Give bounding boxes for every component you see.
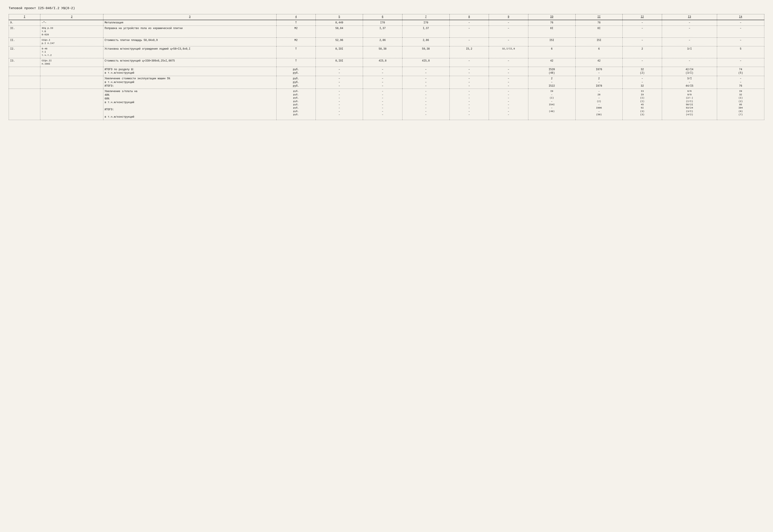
- cell-2-1: IC.: [9, 26, 40, 37]
- cell-6-6: ––: [363, 67, 403, 76]
- cell-4-14: 5: [717, 46, 764, 58]
- header-col7: 7: [402, 14, 450, 20]
- cell-7-8: –––: [450, 76, 489, 89]
- table-row: 9. –"– Металлизация Т 0,449 I70 I70 – – …: [9, 20, 764, 26]
- cell-1-9: –: [489, 20, 528, 26]
- main-table: I 2 3 4 5 6 7 8 9 IO II I2 I3 I4 9. –"– …: [9, 14, 764, 120]
- header-col9: 9: [489, 14, 528, 20]
- cell-8-1: [9, 89, 40, 120]
- cell-8-7: ––––––––: [402, 89, 450, 120]
- cell-6-8: ––: [450, 67, 489, 76]
- cell-3-4: М2: [276, 37, 316, 46]
- cell-8-4: руб. руб. руб. руб. руб. руб. руб. руб.: [276, 89, 316, 120]
- cell-6-4: руб. руб.: [276, 67, 316, 76]
- cell-5-5: 0,IOI: [316, 58, 363, 67]
- cell-5-13: –: [662, 58, 717, 67]
- header-col1: I: [9, 14, 40, 20]
- cell-1-3: Металлизация: [103, 20, 276, 26]
- table-row: I2. 9-46 7-I т.ч.т.2 Установка м/констру…: [9, 46, 764, 58]
- cell-4-9: 32,I/II,8: [489, 46, 528, 58]
- cell-2-5: 58,84: [316, 26, 363, 37]
- cell-4-10: 6: [528, 46, 575, 58]
- cell-5-12: –: [623, 58, 662, 67]
- cell-2-14: –: [717, 26, 764, 37]
- cell-6-2: [40, 67, 103, 76]
- cell-6-14: 74(5): [717, 67, 764, 76]
- header-col8: 8: [450, 14, 489, 20]
- cell-8-14: I932(I)(2)95I04(6)(7): [717, 89, 764, 120]
- cell-7-5: –––: [316, 76, 363, 89]
- cell-3-8: –: [450, 37, 489, 46]
- cell-2-8: –: [450, 26, 489, 37]
- cell-3-3: Стоимость плитки площадь 58,84х0,9: [103, 37, 276, 46]
- cell-8-8: ––––––––: [450, 89, 489, 120]
- cell-6-5: ––: [316, 67, 363, 76]
- cell-3-5: 52,96: [316, 37, 363, 46]
- header-col5: 5: [316, 14, 363, 20]
- header-col14: I4: [717, 14, 764, 20]
- cell-5-10: 42: [528, 58, 575, 67]
- cell-1-6: I70: [363, 20, 403, 26]
- cell-1-11: 76: [575, 20, 623, 26]
- cell-1-7: I70: [402, 20, 450, 26]
- cell-7-6: –––: [363, 76, 403, 89]
- cell-5-1: I3.: [9, 58, 40, 67]
- cell-7-14: ––76: [717, 76, 764, 89]
- cell-3-1: II.: [9, 37, 40, 46]
- cell-7-3: Увеличение стоимости эксплуатации машин …: [103, 76, 276, 89]
- cell-4-4: Т: [276, 46, 316, 58]
- cell-2-13: –: [662, 26, 717, 37]
- cell-6-3: ИТОГО по разделу Ш: в т.ч.м/конструкций: [103, 67, 276, 76]
- table-row: Увеличение стоимости эксплуатации машин …: [9, 76, 764, 89]
- cell-4-3: Установка м/конструкций ограждения лоджи…: [103, 46, 276, 58]
- cell-4-11: 6: [575, 46, 623, 58]
- cell-3-13: –: [662, 37, 717, 46]
- cell-7-13: 3/I–44/I5: [662, 76, 717, 89]
- cell-8-6: ––––––––: [363, 89, 403, 120]
- header-col11: II: [575, 14, 623, 20]
- cell-4-5: 0,IOI: [316, 46, 363, 58]
- header-col6: 6: [363, 14, 403, 20]
- cell-6-1: [9, 67, 40, 76]
- cell-5-7: 4I5,8: [402, 58, 450, 67]
- header-col2: 2: [40, 14, 103, 20]
- header-col13: I3: [662, 14, 717, 20]
- cell-5-2: ССЦч.II п.I98I: [40, 58, 103, 67]
- cell-1-10: 76: [528, 20, 575, 26]
- cell-7-7: –––: [402, 76, 450, 89]
- cell-4-13: 3/I: [662, 46, 717, 58]
- header-col4: 4: [276, 14, 316, 20]
- cell-1-5: 0,449: [316, 20, 363, 26]
- cell-8-12: I3I9(I)(I)455I(3)(3): [623, 89, 662, 120]
- table-row: II. ССЦч.I р.I п.I47 Стоимость плитки пл…: [9, 37, 764, 46]
- cell-8-5: ––––––––: [316, 89, 363, 120]
- cell-7-1: [9, 76, 40, 89]
- table-header-row: I 2 3 4 5 6 7 8 9 IO II I2 I3 I4: [9, 14, 764, 20]
- cell-4-12: 2: [623, 46, 662, 58]
- cell-4-1: I2.: [9, 46, 40, 58]
- cell-2-9: –: [489, 26, 528, 37]
- cell-2-7: I,37: [402, 26, 450, 37]
- cell-5-11: 42: [575, 58, 623, 67]
- cell-6-11: I876–: [575, 67, 623, 76]
- cell-7-10: 2–I522: [528, 76, 575, 89]
- cell-5-3: Стоимость м/конструкций ц=338+309х0,25хI…: [103, 58, 276, 67]
- cell-1-12: –: [623, 20, 662, 26]
- cell-3-9: –: [489, 37, 528, 46]
- table-row: I3. ССЦч.II п.I98I Стоимость м/конструкц…: [9, 58, 764, 67]
- header-col10: IO: [528, 14, 575, 20]
- cell-6-10: I520(48): [528, 67, 575, 76]
- cell-2-12: –: [623, 26, 662, 37]
- cell-1-2: –"–: [40, 20, 103, 26]
- cell-2-3: Поправка на устройство пола из керамичес…: [103, 26, 276, 37]
- cell-6-12: 32(2): [623, 67, 662, 76]
- cell-1-14: –: [717, 20, 764, 26]
- header-col12: I2: [623, 14, 662, 20]
- cell-8-3: Увеличение з/платы на 40% 60% в т.ч.м/ко…: [103, 89, 276, 120]
- cell-1-13: –: [662, 20, 717, 26]
- cell-4-2: 9-46 7-I т.ч.т.2: [40, 46, 103, 58]
- cell-1-4: Т: [276, 20, 316, 26]
- cell-1-8: –: [450, 20, 489, 26]
- cell-2-4: М2: [276, 26, 316, 37]
- cell-7-12: ––32: [623, 76, 662, 89]
